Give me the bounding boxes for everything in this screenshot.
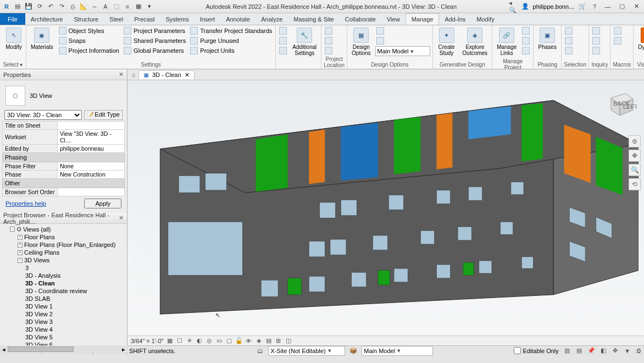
expand-icon[interactable]: + — [18, 250, 23, 255]
explore-outcomes-button[interactable]: ◈Explore Outcomes — [460, 26, 490, 57]
tab-architecture[interactable]: Architecture — [25, 13, 69, 25]
phases-button[interactable]: ▣Phases — [536, 26, 559, 51]
filter-icon[interactable]: ▼ — [624, 347, 631, 355]
tree-item[interactable]: 3D View 4 — [25, 326, 125, 333]
tree-floor-plans-enlarged[interactable]: +Floor Plans (Floor Plan_Enlarged) — [18, 241, 125, 249]
undo-icon[interactable]: ↶ — [46, 2, 55, 11]
close-icon[interactable]: ✕ — [185, 72, 190, 79]
tab-massing[interactable]: Massing & Site — [288, 13, 339, 25]
edit-selection-button[interactable] — [564, 46, 574, 55]
project-info-button[interactable]: Project Information — [58, 46, 120, 55]
unlock-icon[interactable]: 🔓 — [235, 337, 243, 345]
close-icon[interactable]: ✕ — [119, 215, 124, 222]
collapse-icon[interactable]: − — [18, 258, 23, 263]
tree-item[interactable]: 3D View 6 — [25, 341, 125, 345]
tab-modify[interactable]: Modify — [471, 13, 499, 25]
tree-item[interactable]: 3 — [25, 264, 125, 272]
viewcube[interactable]: BACK LEFT — [604, 88, 636, 120]
tree-ceiling-plans[interactable]: +Ceiling Plans — [18, 249, 125, 256]
select-by-id-button[interactable] — [591, 36, 601, 45]
mep-settings-button[interactable] — [278, 26, 288, 35]
active-workset-combo[interactable]: X-Site (Not Editable)▾ — [268, 346, 345, 356]
close-button[interactable]: ✕ — [631, 2, 642, 11]
rendering-icon[interactable]: ◎ — [206, 337, 213, 345]
properties-header[interactable]: Properties ✕ — [0, 69, 127, 80]
temp-hide-icon[interactable]: 👁 — [245, 337, 253, 345]
viewport[interactable]: BACK LEFT ⊚ ✥ 🔍 ⟲ ↖ — [127, 80, 644, 336]
main-model-combo[interactable]: Main Model▾ — [362, 346, 433, 356]
location-button[interactable] — [324, 26, 334, 35]
additional-settings-button[interactable]: 🔧Additional Settings — [290, 26, 319, 57]
panel-settings-button[interactable] — [278, 36, 288, 45]
project-units-button[interactable]: Project Units — [189, 46, 273, 55]
materials-button[interactable]: ◉Materials — [29, 26, 55, 51]
collapse-icon[interactable]: − — [10, 227, 15, 232]
save-selection-button[interactable] — [564, 26, 574, 35]
tree-item-active[interactable]: 3D - Clean — [25, 279, 125, 287]
expand-icon[interactable]: + — [18, 243, 23, 248]
switch-windows-icon[interactable]: ▾ — [145, 2, 154, 11]
left-hscroll[interactable]: ◂▸ — [0, 345, 127, 353]
warnings-button[interactable] — [591, 46, 601, 55]
tree-item[interactable]: 3D View 5 — [25, 333, 125, 341]
shadows-icon[interactable]: ◐ — [196, 337, 203, 345]
manage-images-button[interactable] — [521, 26, 531, 35]
section-icon[interactable]: ⬚ — [112, 2, 121, 11]
highlight-icon[interactable]: ◫ — [285, 337, 292, 345]
tab-structure[interactable]: Structure — [68, 13, 104, 25]
tree-root[interactable]: −⊙ Views (all) — [10, 225, 125, 233]
revit-logo[interactable]: R — [2, 2, 11, 11]
transfer-std-button[interactable]: Transfer Project Standards — [189, 26, 273, 35]
cart-icon[interactable]: 🛒 — [578, 2, 587, 11]
struct-settings-button[interactable] — [278, 46, 288, 55]
detail-level-icon[interactable]: ▦ — [166, 337, 174, 345]
model-icon[interactable]: 📦 — [349, 347, 357, 355]
open-icon[interactable]: ▤ — [13, 2, 22, 11]
macro-security-button[interactable] — [613, 36, 623, 45]
tree-item[interactable]: 3D SLAB — [25, 295, 125, 302]
select-underlay-icon[interactable]: ▤ — [575, 347, 583, 355]
modify-button[interactable]: ↖Modify — [2, 26, 25, 51]
workset-icon[interactable]: 🗂 — [256, 347, 264, 355]
scale-display[interactable]: 3/64" = 1'-0" — [131, 338, 164, 344]
decal-types-button[interactable] — [521, 36, 531, 45]
analytical-icon[interactable]: ⊞ — [275, 337, 282, 345]
shared-params-button[interactable]: Shared Parameters — [123, 36, 187, 45]
tab-precast[interactable]: Precast — [129, 13, 160, 25]
starting-view-button[interactable] — [521, 46, 531, 55]
print-icon[interactable]: ⎙ — [68, 2, 77, 11]
editable-only-checkbox[interactable]: Editable Only — [514, 347, 558, 354]
measure-icon[interactable]: 📐 — [79, 2, 88, 11]
load-selection-button[interactable] — [564, 36, 574, 45]
tree-item[interactable]: 3D View 3 — [25, 318, 125, 326]
tab-addins[interactable]: Add-Ins — [439, 13, 471, 25]
reveal-icon[interactable]: ◈ — [255, 337, 263, 345]
pick-main-button[interactable] — [375, 36, 430, 45]
dim-icon[interactable]: ↔ — [90, 2, 99, 11]
design-option-combo[interactable]: Main Model▾ — [375, 46, 430, 56]
macro-manager-button[interactable] — [613, 26, 623, 35]
tree-3d-views[interactable]: −3D Views — [18, 256, 125, 264]
snaps-button[interactable]: Snaps — [58, 36, 120, 45]
select-links-icon[interactable]: ▥ — [563, 347, 571, 355]
tab-analyze[interactable]: Analyze — [256, 13, 288, 25]
user-icon[interactable]: 👤 — [521, 2, 530, 11]
save-icon[interactable]: 💾 — [24, 2, 33, 11]
sync-icon[interactable]: ⟳ — [35, 2, 44, 11]
manage-links-button[interactable]: 🔗Manage Links — [495, 26, 519, 57]
project-params-button[interactable]: Project Parameters — [123, 26, 187, 35]
object-styles-button[interactable]: Object Styles — [58, 26, 120, 35]
tree-floor-plans[interactable]: +Floor Plans — [18, 233, 125, 241]
worksharing-display-icon[interactable]: ▤ — [265, 337, 273, 345]
apply-button[interactable]: Apply — [84, 199, 121, 208]
minimize-button[interactable]: — — [602, 2, 613, 11]
position-button[interactable] — [324, 46, 334, 55]
tab-manage[interactable]: Manage — [406, 13, 440, 25]
home-icon[interactable]: ⌂ — [130, 71, 137, 79]
maximize-button[interactable]: ▢ — [617, 2, 628, 11]
tag-icon[interactable]: A — [101, 2, 110, 11]
crop-icon[interactable]: ▭ — [215, 337, 223, 345]
purge-button[interactable]: Purge Unused — [189, 36, 273, 45]
coordinates-button[interactable] — [324, 36, 334, 45]
tree-item[interactable]: 3D View 2 — [25, 310, 125, 318]
